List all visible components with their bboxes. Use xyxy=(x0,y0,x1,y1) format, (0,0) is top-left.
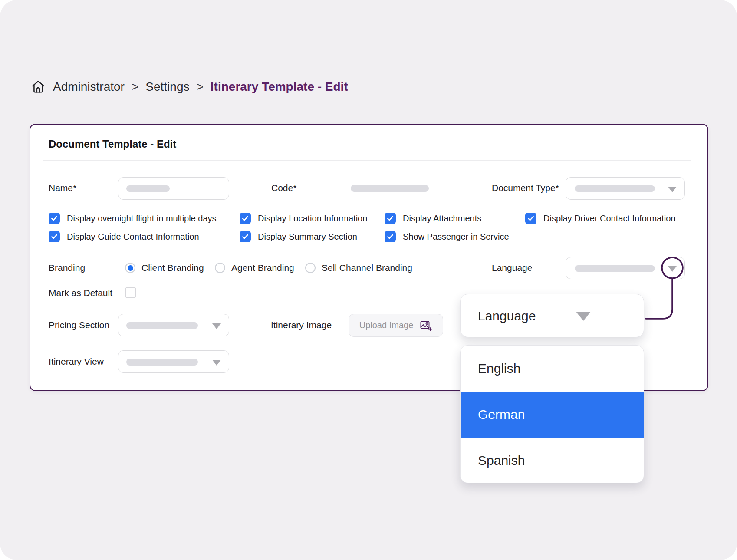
checkbox-checked-icon xyxy=(525,213,536,224)
checkbox-label: Display Attachments xyxy=(403,214,481,224)
pricing-section-select[interactable] xyxy=(118,314,229,336)
radio-agent-branding[interactable]: Agent Branding xyxy=(215,262,294,273)
checkbox-label: Display Location Information xyxy=(258,214,367,224)
radio-unselected-icon xyxy=(305,263,316,273)
radio-unselected-icon xyxy=(215,263,225,273)
radio-label: Sell Channel Branding xyxy=(322,263,412,273)
radio-client-branding[interactable]: Client Branding xyxy=(125,262,204,273)
checkbox-display-guide-contact[interactable]: Display Guide Contact Information xyxy=(49,231,199,242)
language-popup-options: English German Spanish xyxy=(460,345,644,483)
checkbox-checked-icon xyxy=(385,213,396,224)
radio-selected-icon xyxy=(125,263,135,273)
chevron-down-icon xyxy=(668,187,677,192)
document-type-select[interactable] xyxy=(566,177,685,200)
card-title: Document Template - Edit xyxy=(49,138,176,150)
radio-sell-channel-branding[interactable]: Sell Channel Branding xyxy=(305,262,412,273)
itinerary-view-skeleton xyxy=(126,359,198,366)
branding-label: Branding xyxy=(49,263,85,273)
checkbox-label: Display Driver Contact Information xyxy=(543,214,676,224)
checkbox-checked-icon xyxy=(385,231,396,242)
breadcrumb: Administrator > Settings > Itinerary Tem… xyxy=(30,76,348,97)
language-option-english[interactable]: English xyxy=(461,346,644,392)
document-type-label: Document Type* xyxy=(492,183,559,193)
checkbox-checked-icon xyxy=(49,213,60,224)
language-skeleton xyxy=(575,265,655,272)
code-value-skeleton xyxy=(351,185,429,192)
home-icon[interactable] xyxy=(30,79,46,95)
breadcrumb-separator: > xyxy=(196,80,203,94)
chevron-down-icon xyxy=(668,266,677,272)
radio-label: Agent Branding xyxy=(231,263,294,273)
checkbox-display-overnight-flight[interactable]: Display overnight flight in multiple day… xyxy=(49,213,217,224)
language-select[interactable] xyxy=(566,257,685,279)
name-input[interactable] xyxy=(118,177,229,200)
document-type-skeleton xyxy=(575,185,655,192)
page-background: Administrator > Settings > Itinerary Tem… xyxy=(0,0,737,560)
breadcrumb-separator: > xyxy=(132,80,138,94)
chevron-down-icon xyxy=(212,360,221,366)
itinerary-image-label: Itinerary Image xyxy=(271,320,332,330)
checkbox-checked-icon xyxy=(240,213,251,224)
breadcrumb-link-settings[interactable]: Settings xyxy=(145,80,189,94)
mark-as-default-label: Mark as Default xyxy=(49,288,112,298)
checkbox-checked-icon xyxy=(49,231,60,242)
itinerary-view-select[interactable] xyxy=(118,350,229,373)
checkbox-label: Display overnight flight in multiple day… xyxy=(67,214,217,224)
checkbox-display-location-information[interactable]: Display Location Information xyxy=(240,213,367,224)
chevron-down-icon xyxy=(212,323,221,329)
language-popup-trigger[interactable]: Language xyxy=(460,294,644,337)
language-option-german[interactable]: German xyxy=(461,392,644,438)
language-option-spanish[interactable]: Spanish xyxy=(461,438,644,483)
upload-image-label: Upload Image xyxy=(359,320,414,330)
checkbox-display-summary-section[interactable]: Display Summary Section xyxy=(240,231,357,242)
name-input-skeleton xyxy=(126,185,170,192)
pricing-section-skeleton xyxy=(126,322,198,329)
image-plus-icon xyxy=(419,319,432,332)
screen: Administrator > Settings > Itinerary Tem… xyxy=(0,0,737,560)
radio-label: Client Branding xyxy=(141,263,204,273)
checkbox-display-attachments[interactable]: Display Attachments xyxy=(385,213,481,224)
breadcrumb-link-administrator[interactable]: Administrator xyxy=(53,80,125,94)
breadcrumb-current: Itinerary Template - Edit xyxy=(211,80,348,94)
card-divider xyxy=(43,160,691,161)
language-label: Language xyxy=(492,263,532,273)
language-popup-header: Language xyxy=(478,294,536,338)
checkbox-label: Display Guide Contact Information xyxy=(67,232,199,242)
checkbox-display-driver-contact[interactable]: Display Driver Contact Information xyxy=(525,213,676,224)
checkbox-show-passenger-in-service[interactable]: Show Passenger in Service xyxy=(385,231,509,242)
pricing-section-label: Pricing Section xyxy=(49,320,109,330)
upload-image-button[interactable]: Upload Image xyxy=(349,314,443,337)
checkbox-checked-icon xyxy=(240,231,251,242)
code-label: Code* xyxy=(271,183,296,193)
itinerary-view-label: Itinerary View xyxy=(49,356,104,367)
mark-as-default-checkbox[interactable] xyxy=(125,287,136,298)
checkbox-label: Show Passenger in Service xyxy=(403,232,509,242)
checkbox-label: Display Summary Section xyxy=(258,232,357,242)
name-label: Name* xyxy=(49,183,76,193)
chevron-down-icon xyxy=(576,312,591,321)
